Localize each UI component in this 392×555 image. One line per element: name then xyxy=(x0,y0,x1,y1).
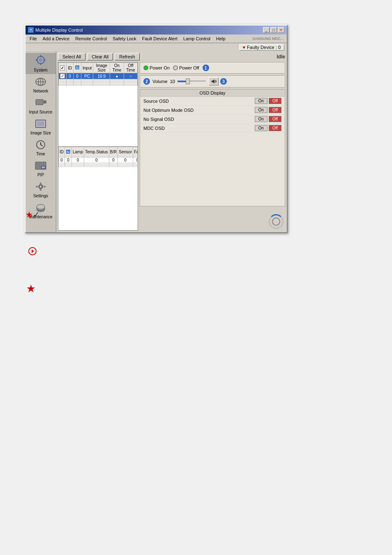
network-icon xyxy=(33,76,48,88)
power-on-label: Power On xyxy=(150,65,170,70)
col-info-n: N xyxy=(65,147,72,157)
toolbar: Select All Clear All Refresh Idle xyxy=(58,53,285,60)
svg-point-14 xyxy=(44,101,46,103)
annotation-circle-arrow xyxy=(28,247,37,258)
faulty-device-label: Faulty Device : 0 xyxy=(247,45,281,50)
cell-id: 0 xyxy=(67,73,74,79)
osd-not-optimum-on[interactable]: On xyxy=(255,107,267,113)
menu-bar: File Add a Device Remote Control Safety … xyxy=(25,35,287,43)
osd-no-signal-on[interactable]: On xyxy=(255,116,267,122)
window-title: Multiple Display Control xyxy=(35,28,83,32)
close-button[interactable]: ✕ xyxy=(278,27,284,33)
menu-safety-lock[interactable]: Safety Lock xyxy=(110,35,138,42)
svg-rect-1 xyxy=(30,29,32,30)
osd-no-signal-off[interactable]: Off xyxy=(269,116,281,122)
power-section: Power On Power Off 1 xyxy=(140,62,285,74)
osd-mdc-label: MDC OSD xyxy=(143,126,165,131)
menu-fault-device-alert[interactable]: Fault Device Alert xyxy=(140,35,180,42)
osd-source-off[interactable]: Off xyxy=(269,98,281,104)
svg-text:N: N xyxy=(67,150,70,154)
osd-row-not-optimum: Not Optimum Mode OSD On Off xyxy=(140,106,285,115)
right-panel: Select All Clear All Refresh Idle xyxy=(56,51,287,232)
col-info-id: ID xyxy=(59,147,65,157)
device-table: ✓ ID N Input Image Size On Time O xyxy=(58,62,138,86)
status-label: Idle xyxy=(277,54,285,60)
osd-mdc-off[interactable]: Off xyxy=(269,125,281,131)
sidebar-pip-label: PIP xyxy=(37,173,44,177)
select-all-button[interactable]: Select All xyxy=(58,53,85,60)
sidebar-item-pip[interactable]: PIP xyxy=(25,158,56,179)
col-on-time: On Time xyxy=(110,63,124,73)
volume-label: Volume xyxy=(152,79,168,84)
loading-spinner xyxy=(269,214,284,229)
section3-number: 3 xyxy=(220,78,227,85)
col-temp-status: Temp.Status xyxy=(84,147,109,157)
col-off-time: Off Time xyxy=(124,63,137,73)
sidebar-item-network[interactable]: Network xyxy=(25,74,56,95)
annotation-star-check: ★✓ xyxy=(25,210,40,220)
right-controls: Power On Power Off 1 2 Volume 10 xyxy=(140,62,285,231)
sidebar: System Network xyxy=(25,51,56,232)
refresh-button[interactable]: Refresh xyxy=(115,53,140,60)
sidebar-item-system[interactable]: System xyxy=(25,53,56,74)
osd-title: OSD Display xyxy=(140,90,285,97)
spinner-inner xyxy=(272,217,280,226)
table-row[interactable]: ✓ 0 0 PC 16:9 ● ○ xyxy=(59,73,138,79)
minimize-button[interactable]: _ xyxy=(263,27,270,33)
system-icon xyxy=(33,55,48,67)
power-off-radio[interactable]: Power Off xyxy=(173,65,199,70)
svg-rect-28 xyxy=(40,183,42,185)
power-on-radio[interactable]: Power On xyxy=(143,65,170,70)
faulty-bar: ♥ Faulty Device : 0 xyxy=(25,43,287,51)
device-table-header-row: ✓ ID N Input Image Size On Time O xyxy=(59,63,138,73)
power-section-number: 1 xyxy=(203,65,209,71)
volume-value: 10 xyxy=(170,79,175,84)
svg-point-27 xyxy=(40,186,42,187)
select-all-checkbox[interactable]: ✓ xyxy=(60,65,65,70)
col-image-size: Image Size xyxy=(93,63,110,73)
window-controls: _ □ ✕ xyxy=(263,27,284,33)
device-list-wrap: ✓ ID N Input Image Size On Time O xyxy=(58,62,138,147)
menu-lamp-control[interactable]: Lamp Control xyxy=(181,35,213,42)
row-checkbox[interactable]: ✓ xyxy=(60,74,65,79)
time-icon xyxy=(33,139,48,151)
clear-all-button[interactable]: Clear All xyxy=(87,53,113,60)
osd-not-optimum-off[interactable]: Off xyxy=(269,107,281,113)
table-row[interactable] xyxy=(59,165,138,166)
maximize-button[interactable]: □ xyxy=(270,27,277,33)
osd-mdc-on[interactable]: On xyxy=(255,125,267,131)
brand-label: SAMSUNG MDC... xyxy=(252,37,284,41)
menu-file[interactable]: File xyxy=(27,35,39,42)
osd-panel: OSD Display Source OSD On Off Not Optimu… xyxy=(140,89,285,206)
menu-add-device[interactable]: Add a Device xyxy=(40,35,72,42)
power-off-label: Power Off xyxy=(179,65,199,70)
sidebar-item-settings[interactable]: Settings xyxy=(25,179,56,200)
info-table-header-row: ID N Lamp Temp.Status B/R Sensor Fan xyxy=(59,147,138,157)
volume-thumb[interactable] xyxy=(186,79,190,84)
sidebar-input-source-label: Input Source xyxy=(29,110,53,114)
heart-icon: ♥ xyxy=(243,45,246,50)
left-tables: ✓ ID N Input Image Size On Time O xyxy=(58,62,138,231)
menu-remote-control[interactable]: Remote Control xyxy=(73,35,109,42)
settings-icon xyxy=(33,180,48,193)
sidebar-item-input-source[interactable]: Input Source xyxy=(25,95,56,116)
svg-text:N: N xyxy=(76,66,79,70)
menu-help[interactable]: Help xyxy=(214,35,228,42)
power-on-indicator xyxy=(143,65,148,70)
svg-line-40 xyxy=(215,80,216,81)
col-n: N xyxy=(74,63,81,73)
volume-slider[interactable] xyxy=(178,78,206,85)
sidebar-item-time[interactable]: Time xyxy=(25,137,56,158)
osd-source-on[interactable]: On xyxy=(255,98,267,104)
table-row[interactable]: 000000063 xyxy=(59,157,138,163)
sidebar-item-image-size[interactable]: Image Size xyxy=(25,116,56,137)
col-sensor: Sensor xyxy=(118,147,133,157)
table-row[interactable] xyxy=(59,84,138,86)
info-table: ID N Lamp Temp.Status B/R Sensor Fan xyxy=(58,147,138,167)
svg-point-3 xyxy=(39,58,43,62)
volume-section-number: 2 xyxy=(143,78,150,85)
mute-button[interactable] xyxy=(209,77,219,86)
cell-off-time: ○ xyxy=(124,73,137,79)
annotation-asterisk: ★ xyxy=(27,284,35,294)
pip-icon xyxy=(33,160,48,172)
